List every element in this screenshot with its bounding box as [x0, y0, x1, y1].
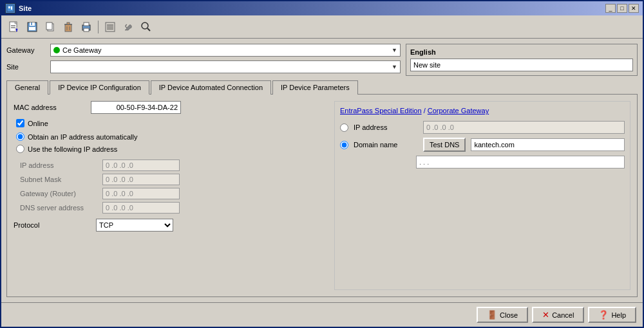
- domain-input[interactable]: [471, 138, 625, 151]
- online-label: Online: [28, 120, 48, 127]
- english-section: English: [406, 44, 638, 76]
- subnet-mask-row: Subnet Mask: [20, 174, 321, 185]
- dropdown-arrow-icon: ▼: [392, 47, 397, 53]
- corporate-gateway-link[interactable]: Corporate Gateway: [428, 107, 489, 114]
- right-ip-address-label: IP address: [354, 123, 418, 131]
- gateway-value: Ce Gateway: [62, 46, 392, 54]
- ip-address-row: IP address: [20, 159, 321, 171]
- tools-button[interactable]: [120, 19, 136, 35]
- svg-line-28: [147, 28, 150, 31]
- title-bar: Site _ □ ✕: [1, 1, 643, 15]
- title-buttons: _ □ ✕: [605, 4, 639, 13]
- left-panel: MAC address Online Obtain an IP address …: [14, 101, 321, 290]
- fields-section: Gateway Ce Gateway ▼ Site ▼: [6, 44, 401, 76]
- cancel-icon: ✕: [542, 310, 549, 320]
- use-following-label: Use the following IP address: [28, 145, 117, 153]
- list-button[interactable]: [102, 19, 118, 35]
- obtain-ip-radio[interactable]: [16, 132, 24, 141]
- ip-radio-group: Obtain an IP address automatically Use t…: [14, 132, 321, 153]
- gateway-router-row: Gateway (Router): [20, 188, 321, 199]
- ip-address-input[interactable]: [102, 159, 180, 171]
- help-icon: ❓: [598, 310, 609, 320]
- main-content: Gateway Ce Gateway ▼ Site ▼ English: [1, 39, 643, 302]
- ip-fields: IP address Subnet Mask Gateway (Router): [20, 159, 321, 214]
- dns-server-input[interactable]: [102, 202, 180, 214]
- test-dns-button[interactable]: Test DNS: [423, 138, 466, 152]
- title-bar-left: Site: [5, 3, 32, 14]
- tab-ip-device-ip-config[interactable]: IP Device IP Configuration: [50, 80, 149, 95]
- tab-ip-device-automated[interactable]: IP Device Automated Connection: [151, 80, 271, 95]
- dots-row: [340, 156, 625, 169]
- right-panel: EntraPass Special Edition / Corporate Ga…: [334, 101, 630, 290]
- entrapass-link[interactable]: EntraPass Special Edition: [340, 107, 422, 114]
- minimize-button[interactable]: _: [605, 4, 616, 13]
- window-title: Site: [19, 5, 32, 12]
- find-button[interactable]: [138, 19, 154, 35]
- use-following-row: Use the following IP address: [16, 145, 321, 153]
- gateway-router-input[interactable]: [102, 188, 180, 199]
- svg-rect-11: [31, 23, 32, 25]
- close-button[interactable]: 🚪 Close: [477, 307, 528, 323]
- right-ip-input[interactable]: [423, 121, 625, 134]
- site-dropdown-arrow-icon: ▼: [392, 64, 397, 70]
- mac-address-row: MAC address: [14, 101, 321, 114]
- gateway-row: Gateway Ce Gateway ▼: [6, 44, 401, 57]
- svg-rect-17: [67, 23, 70, 24]
- close-icon: 🚪: [487, 310, 497, 320]
- obtain-ip-label: Obtain an IP address automatically: [28, 133, 137, 141]
- tab-content: MAC address Online Obtain an IP address …: [6, 95, 638, 297]
- dns-server-row: DNS server address: [20, 202, 321, 214]
- english-label: English: [410, 48, 633, 56]
- obtain-ip-row: Obtain an IP address automatically: [16, 132, 321, 141]
- delete-button[interactable]: [61, 19, 76, 35]
- ip-address-label: IP address: [20, 161, 97, 169]
- svg-rect-12: [29, 27, 35, 30]
- site-row: Site ▼: [6, 60, 401, 73]
- english-input[interactable]: [410, 59, 633, 71]
- bottom-bar: 🚪 Close ✕ Cancel ❓ Help: [1, 302, 643, 327]
- print-button[interactable]: [79, 19, 94, 35]
- svg-rect-21: [84, 23, 89, 26]
- site-combo[interactable]: ▼: [50, 60, 401, 73]
- svg-rect-1: [8, 6, 10, 8]
- green-dot-icon: [53, 47, 60, 53]
- dots-input[interactable]: [416, 156, 625, 169]
- dns-server-label: DNS server address: [20, 204, 97, 212]
- subnet-mask-label: Subnet Mask: [20, 176, 97, 183]
- svg-rect-15: [65, 24, 71, 32]
- new-button[interactable]: [6, 19, 22, 35]
- toolbar-separator-1: [98, 21, 99, 33]
- online-checkbox[interactable]: [16, 119, 24, 127]
- protocol-row: Protocol TCP UDP: [14, 219, 321, 232]
- tab-general[interactable]: General: [6, 80, 48, 95]
- mac-address-label: MAC address: [14, 104, 91, 111]
- use-following-radio[interactable]: [16, 145, 24, 153]
- gateway-combo[interactable]: Ce Gateway ▼: [50, 44, 401, 57]
- main-window: Site _ □ ✕: [0, 0, 644, 328]
- help-label: Help: [611, 311, 626, 319]
- right-panel-title: EntraPass Special Edition / Corporate Ga…: [340, 107, 625, 114]
- cancel-label: Cancel: [552, 311, 574, 319]
- svg-rect-2: [11, 6, 12, 10]
- top-section: Gateway Ce Gateway ▼ Site ▼ English: [6, 44, 638, 76]
- maximize-button[interactable]: □: [617, 4, 627, 13]
- site-label: Site: [6, 63, 45, 71]
- mac-address-input[interactable]: [91, 101, 181, 114]
- copy-button[interactable]: [43, 19, 58, 35]
- tab-ip-device-params[interactable]: IP Device Parameters: [272, 80, 358, 95]
- app-icon: [5, 3, 15, 14]
- help-button[interactable]: ❓ Help: [588, 307, 636, 323]
- right-domain-radio[interactable]: [340, 141, 348, 149]
- toolbar: [1, 15, 643, 39]
- cancel-button[interactable]: ✕ Cancel: [532, 307, 584, 323]
- svg-point-27: [142, 23, 148, 29]
- right-ip-radio[interactable]: [340, 123, 348, 132]
- close-window-button[interactable]: ✕: [629, 4, 639, 13]
- protocol-select[interactable]: TCP UDP: [96, 219, 173, 232]
- domain-name-label: Domain name: [354, 141, 418, 149]
- subnet-mask-input[interactable]: [102, 174, 180, 185]
- online-checkbox-row: Online: [16, 119, 321, 127]
- tabs-section: General IP Device IP Configuration IP De…: [6, 80, 638, 297]
- gateway-router-label: Gateway (Router): [20, 190, 97, 197]
- save-button[interactable]: [24, 19, 40, 35]
